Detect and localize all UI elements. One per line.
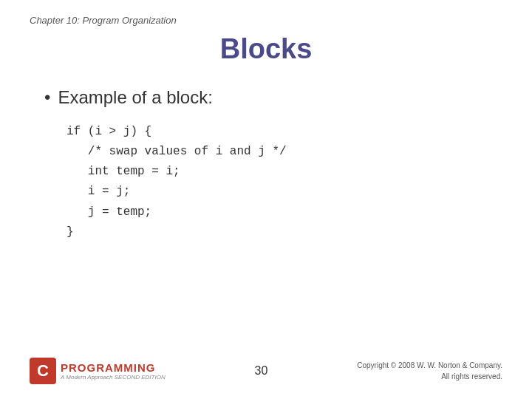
code-line-3: int temp = i;: [66, 162, 502, 182]
bullet-text: Example of a block:: [58, 87, 212, 109]
page-number: 30: [255, 364, 268, 378]
bullet-item: • Example of a block:: [44, 87, 502, 109]
bullet-dot: •: [44, 87, 50, 109]
slide: Chapter 10: Program Organization Blocks …: [0, 0, 532, 399]
copyright-line1: Copyright © 2008 W. W. Norton & Company.: [357, 361, 502, 369]
logo-text-block: PROGRAMMING A Modern Approach SECOND EDI…: [61, 361, 166, 381]
logo-c-letter: C: [30, 358, 56, 384]
code-line-6: }: [66, 222, 502, 242]
copyright: Copyright © 2008 W. W. Norton & Company.…: [357, 360, 502, 382]
slide-title: Blocks: [30, 33, 502, 65]
footer: C PROGRAMMING A Modern Approach SECOND E…: [0, 358, 532, 384]
code-line-2: /* swap values of i and j */: [66, 142, 502, 162]
code-line-5: j = temp;: [66, 202, 502, 222]
code-line-4: i = j;: [66, 182, 502, 202]
footer-logo: C PROGRAMMING A Modern Approach SECOND E…: [30, 358, 166, 384]
code-line-1: if (i > j) {: [66, 122, 502, 142]
copyright-line2: All rights reserved.: [441, 372, 502, 381]
code-block: if (i > j) { /* swap values of i and j *…: [66, 122, 502, 242]
logo-subtitle-text: A Modern Approach SECOND EDITION: [61, 374, 166, 381]
chapter-title: Chapter 10: Program Organization: [30, 15, 502, 26]
logo-main-text: PROGRAMMING: [61, 361, 166, 374]
